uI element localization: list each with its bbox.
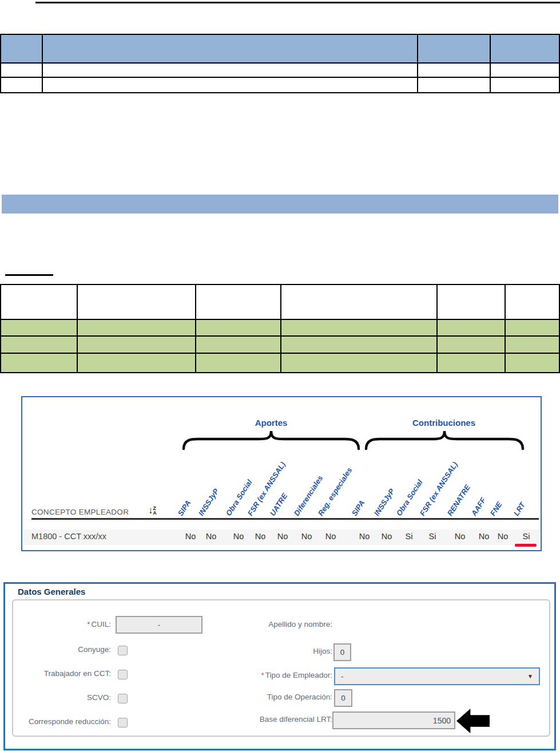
column-label: SIPA <box>176 499 193 518</box>
table-header-cell <box>1 35 42 62</box>
green-detail-table <box>0 284 560 373</box>
chevron-down-icon: ▼ <box>527 673 533 679</box>
column-label: UATRE <box>268 491 290 518</box>
cell-value: Si <box>421 532 444 541</box>
top-summary-table <box>0 34 560 93</box>
brace-contribuciones <box>366 431 523 449</box>
table-header-cell <box>418 35 490 62</box>
concepto-empleador-panel: Aportes Contribuciones SIPA INSSJyP Obra… <box>21 396 542 551</box>
table-cell <box>78 354 195 372</box>
table-cell <box>196 337 280 353</box>
column-label: INSSJyP <box>196 487 221 518</box>
cell-value: No <box>375 532 398 541</box>
group-braces <box>177 429 531 451</box>
document-page: Aportes Contribuciones SIPA INSSJyP Obra… <box>0 0 560 751</box>
header-rule <box>31 518 539 520</box>
table-cell <box>43 64 417 77</box>
brace-aportes <box>184 431 359 449</box>
table-cell <box>438 354 505 372</box>
panel-title: Datos Generales <box>15 587 88 596</box>
group-label-aportes: Aportes <box>225 418 317 428</box>
table-header-cell <box>43 35 417 62</box>
table-cell <box>418 78 490 92</box>
cell-value: No <box>227 532 250 541</box>
required-asterisk: * <box>261 671 264 679</box>
cell-value: No <box>448 532 471 541</box>
cell-value: No <box>319 532 342 541</box>
cell-value: No <box>249 532 272 541</box>
cell-value: No <box>491 532 514 541</box>
table-cell <box>1 337 77 353</box>
sort-za-icon[interactable]: ↓ Z A <box>148 505 157 515</box>
table-header-cell <box>281 285 436 319</box>
underlined-blank-word <box>5 274 53 276</box>
tipo-operacion-label: Tipo de Operación: <box>5 693 332 701</box>
table-cell <box>196 320 280 335</box>
cell-value: No <box>295 532 318 541</box>
table-cell <box>43 78 417 92</box>
cell-value: No <box>179 532 202 541</box>
group-label-contribuciones: Contribuciones <box>398 418 490 428</box>
section-banner <box>2 195 558 214</box>
table-cell <box>506 337 559 353</box>
hijos-label: Hijos: <box>5 647 332 655</box>
apellido-label: Apellido y nombre: <box>5 620 332 629</box>
table-cell <box>281 320 436 335</box>
column-label: AAFF <box>469 496 488 518</box>
datos-generales-panel: Datos Generales *CUIL: - Conyuge: Trabaj… <box>3 582 556 750</box>
base-diferencial-lrt-label: Base diferencial LRT: <box>5 715 332 724</box>
hijos-input[interactable]: 0 <box>333 643 351 661</box>
table-cell <box>78 320 195 335</box>
column-label: Reg. especiales <box>316 465 355 518</box>
sort-letter-a: A <box>153 511 157 515</box>
table-cell <box>196 354 280 372</box>
page-top-rule <box>35 2 560 3</box>
column-label: SIPA <box>349 499 367 518</box>
cell-value: No <box>271 532 294 541</box>
table-cell <box>491 78 559 92</box>
tipo-empleador-select[interactable]: - ▼ <box>334 667 540 685</box>
table-cell <box>1 320 77 335</box>
red-highlight-underline <box>515 544 537 547</box>
table-cell <box>491 64 559 77</box>
row-header-concepto-empleador: CONCEPTO EMPLEADOR <box>31 508 129 516</box>
table-cell <box>1 354 77 372</box>
column-label: INSSJyP <box>372 487 397 518</box>
sort-arrow-icon: ↓ <box>148 505 153 515</box>
table-cell <box>1 64 42 77</box>
base-diferencial-lrt-input[interactable]: 1500 <box>332 712 455 729</box>
tipo-empleador-label: *Tipo de Empleador: <box>5 671 332 679</box>
table-cell <box>506 320 559 335</box>
concepto-row-label: M1800 - CCT xxx/xx <box>31 532 106 541</box>
table-header-cell <box>196 285 280 319</box>
cell-value: Si <box>398 532 420 541</box>
table-cell <box>438 320 505 335</box>
table-cell <box>1 78 42 92</box>
column-label: FNE <box>488 500 505 518</box>
cell-value: Si <box>515 532 538 541</box>
column-label: LRT <box>511 500 528 518</box>
tipo-operacion-input[interactable]: 0 <box>334 689 352 707</box>
table-cell <box>281 337 436 353</box>
table-header-cell <box>78 285 195 319</box>
cell-value: No <box>200 532 223 541</box>
table-cell <box>281 354 436 372</box>
column-label: RENATRE <box>445 483 473 518</box>
table-cell <box>78 337 195 353</box>
cell-value: No <box>353 532 376 541</box>
table-header-cell <box>438 285 505 319</box>
table-header-cell <box>491 35 559 62</box>
table-cell <box>418 64 490 77</box>
table-cell <box>438 337 505 353</box>
selected-value: - <box>341 672 344 681</box>
table-header-cell <box>1 285 77 319</box>
table-header-cell <box>506 285 559 319</box>
table-cell <box>506 354 559 372</box>
